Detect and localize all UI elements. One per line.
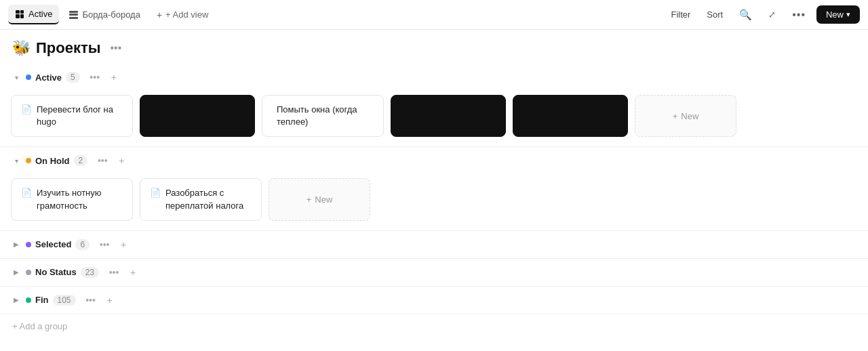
group-on-hold-more-button[interactable]: ••• bbox=[94, 152, 111, 169]
more-options-button[interactable]: ••• bbox=[787, 5, 811, 24]
tab-active-label: Active bbox=[28, 9, 52, 19]
group-no-status-label: No Status bbox=[35, 267, 77, 277]
card-active-4[interactable] bbox=[391, 95, 506, 137]
card-active-1-text: Перевести блог на hugo bbox=[37, 104, 123, 128]
doc-icon: 📄 bbox=[21, 104, 32, 115]
group-fin: ▶ Fin 105 ••• + bbox=[0, 287, 868, 314]
new-card-label: New bbox=[681, 111, 698, 121]
new-card-on-hold-label: New bbox=[315, 194, 332, 205]
filter-button[interactable]: Filter bbox=[665, 6, 696, 23]
doc-icon-4: 📄 bbox=[150, 188, 161, 198]
group-no-status-chevron: ▶ bbox=[11, 267, 22, 278]
group-selected-add-button[interactable]: + bbox=[115, 236, 132, 253]
group-active-dot bbox=[26, 75, 31, 80]
group-fin-actions: ••• + bbox=[83, 292, 118, 308]
card-active-3-content: Помыть окна (когда теплее) bbox=[272, 104, 374, 128]
add-view-button[interactable]: + + Add view bbox=[150, 6, 215, 24]
group-active-more-button[interactable]: ••• bbox=[87, 69, 103, 85]
group-fin-add-button[interactable]: + bbox=[102, 292, 118, 308]
group-no-status-header[interactable]: ▶ No Status 23 ••• + bbox=[0, 259, 868, 286]
group-no-status-actions: ••• + bbox=[106, 264, 141, 281]
group-active-count: 5 bbox=[66, 72, 80, 83]
new-card-plus-icon: + bbox=[673, 111, 678, 121]
group-no-status: ▶ No Status 23 ••• + bbox=[0, 259, 868, 287]
search-icon: 🔍 bbox=[739, 9, 752, 21]
group-on-hold-header[interactable]: ▾ On Hold 2 ••• + bbox=[0, 147, 868, 174]
card-active-1[interactable]: 📄 Перевести блог на hugo bbox=[11, 95, 133, 137]
main-content: ▾ Active 5 ••• + 📄 Перевести блог на hug… bbox=[0, 64, 868, 338]
page-header: 🐝 Проекты ••• bbox=[0, 30, 868, 64]
new-card-on-hold-plus-icon: + bbox=[307, 194, 312, 205]
card-active-3[interactable]: Помыть окна (когда теплее) bbox=[262, 95, 384, 137]
sort-button[interactable]: Sort bbox=[701, 6, 728, 23]
group-selected-count: 6 bbox=[75, 239, 90, 250]
nav-right: Filter Sort 🔍 ⤢ ••• New ▾ bbox=[665, 5, 860, 24]
filter-label: Filter bbox=[671, 9, 690, 20]
group-selected-header[interactable]: ▶ Selected 6 ••• + bbox=[0, 231, 868, 258]
new-button[interactable]: New ▾ bbox=[816, 5, 860, 24]
card-on-hold-2[interactable]: 📄 Разобраться с переплатой налога bbox=[140, 178, 262, 220]
group-selected-actions: ••• + bbox=[96, 236, 132, 253]
new-card-on-hold[interactable]: + New bbox=[269, 178, 370, 220]
group-no-status-more-button[interactable]: ••• bbox=[106, 264, 122, 281]
group-on-hold: ▾ On Hold 2 ••• + 📄 Изучить нотную грамо… bbox=[0, 147, 868, 230]
grid-icon bbox=[15, 9, 24, 19]
page-title: Проекты bbox=[36, 39, 101, 57]
card-active-3-text: Помыть окна (когда теплее) bbox=[277, 104, 374, 128]
group-fin-dot bbox=[26, 297, 31, 303]
group-selected-chevron: ▶ bbox=[11, 239, 22, 250]
page-more-button[interactable]: ••• bbox=[106, 41, 126, 56]
new-card-active[interactable]: + New bbox=[635, 95, 736, 137]
card-active-1-content: 📄 Перевести блог на hugo bbox=[21, 104, 123, 128]
group-active-cards: 📄 Перевести блог на hugo Помыть окна (ко… bbox=[0, 91, 868, 146]
card-on-hold-1[interactable]: 📄 Изучить нотную грамотность bbox=[11, 178, 133, 220]
top-nav: Active Борда-борода + + Add view Filter … bbox=[0, 0, 868, 30]
group-selected-label: Selected bbox=[35, 239, 71, 249]
group-on-hold-actions: ••• + bbox=[94, 152, 130, 169]
card-on-hold-1-content: 📄 Изучить нотную грамотность bbox=[21, 187, 123, 211]
group-no-status-count: 23 bbox=[81, 267, 99, 278]
group-active-label: Active bbox=[35, 73, 62, 83]
group-on-hold-label: On Hold bbox=[35, 156, 70, 166]
group-selected-dot bbox=[26, 242, 31, 247]
group-selected-more-button[interactable]: ••• bbox=[96, 236, 113, 253]
group-active: ▾ Active 5 ••• + 📄 Перевести блог на hug… bbox=[0, 64, 868, 147]
group-active-add-button[interactable]: + bbox=[106, 69, 122, 85]
card-on-hold-2-content: 📄 Разобраться с переплатой налога bbox=[150, 187, 252, 211]
tab-boroda-label: Борда-борода bbox=[82, 9, 140, 20]
tab-active[interactable]: Active bbox=[8, 5, 59, 24]
group-fin-count: 105 bbox=[53, 295, 76, 306]
card-active-5[interactable] bbox=[513, 95, 628, 137]
group-active-actions: ••• + bbox=[87, 69, 122, 85]
new-chevron-icon: ▾ bbox=[846, 10, 850, 19]
expand-button[interactable]: ⤢ bbox=[763, 6, 781, 23]
expand-icon: ⤢ bbox=[768, 9, 776, 20]
card-on-hold-1-text: Изучить нотную грамотность bbox=[37, 187, 123, 211]
group-fin-label: Fin bbox=[35, 295, 49, 305]
group-on-hold-chevron: ▾ bbox=[11, 155, 22, 166]
tab-boroda[interactable]: Борда-борода bbox=[62, 5, 147, 24]
plus-icon: + bbox=[157, 9, 162, 20]
sort-label: Sort bbox=[707, 9, 723, 20]
group-on-hold-dot bbox=[26, 158, 31, 163]
new-label: New bbox=[826, 9, 844, 20]
group-no-status-add-button[interactable]: + bbox=[125, 264, 141, 281]
group-on-hold-add-button[interactable]: + bbox=[113, 152, 130, 169]
group-active-chevron: ▾ bbox=[11, 72, 22, 83]
group-fin-chevron: ▶ bbox=[11, 295, 22, 306]
group-no-status-dot bbox=[26, 270, 31, 275]
add-view-label: + Add view bbox=[165, 9, 208, 20]
add-group-button[interactable]: + Add a group bbox=[0, 314, 868, 338]
card-active-2[interactable] bbox=[140, 95, 255, 137]
group-active-header[interactable]: ▾ Active 5 ••• + bbox=[0, 64, 868, 91]
group-fin-header[interactable]: ▶ Fin 105 ••• + bbox=[0, 287, 868, 314]
card-on-hold-2-text: Разобраться с переплатой налога bbox=[165, 187, 252, 211]
group-on-hold-count: 2 bbox=[74, 155, 88, 166]
group-selected: ▶ Selected 6 ••• + bbox=[0, 231, 868, 259]
group-on-hold-cards: 📄 Изучить нотную грамотность 📄 Разобрать… bbox=[0, 174, 868, 230]
search-button[interactable]: 🔍 bbox=[734, 5, 757, 24]
more-icon: ••• bbox=[792, 9, 806, 21]
doc-icon-3: 📄 bbox=[21, 188, 32, 198]
add-group-label: + Add a group bbox=[12, 321, 67, 331]
group-fin-more-button[interactable]: ••• bbox=[83, 292, 99, 308]
